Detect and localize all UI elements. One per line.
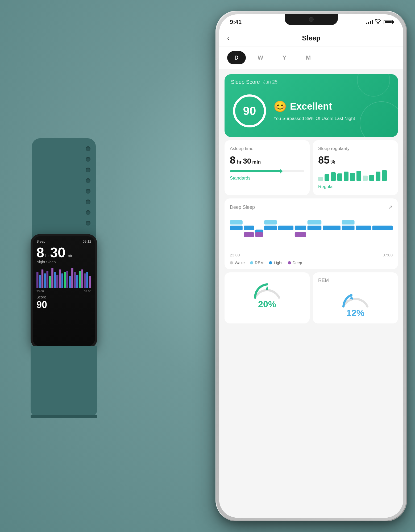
svg-marker-42 (266, 285, 268, 290)
band-chart (36, 267, 91, 288)
period-tabs: D W Y M (219, 47, 403, 69)
sleep-chart-svg (230, 215, 393, 250)
reg-bar-9 (369, 175, 374, 181)
gauge-svg-1 (251, 278, 283, 299)
svg-rect-1 (39, 275, 41, 288)
svg-rect-8 (56, 275, 58, 288)
svg-rect-39 (264, 220, 277, 225)
sleep-regularity-card: Sleep regularity 85 % (313, 140, 398, 195)
reg-bar-10 (376, 172, 380, 181)
svg-rect-13 (69, 276, 71, 288)
band-score-value: 90 (36, 299, 91, 310)
light-dot (269, 261, 272, 264)
svg-rect-27 (264, 226, 277, 230)
reg-bar-8 (363, 176, 368, 181)
svg-rect-35 (244, 232, 254, 237)
svg-rect-0 (36, 272, 38, 288)
band-sleep-min-unit: min (67, 253, 73, 258)
band-sleep-time: 8 hr 30 min (36, 246, 91, 259)
expand-icon[interactable]: ↗ (388, 204, 393, 211)
svg-rect-28 (278, 226, 293, 230)
chart-legend: Wake REM Light Deep (230, 260, 393, 265)
score-right: 😊 Excellent You Surpassed 85% Of Users L… (273, 100, 392, 122)
band-strap-top (32, 138, 96, 250)
mini-stat-card-1: 20% (225, 272, 310, 323)
score-date: Jun 25 (263, 79, 277, 85)
chart-card-header: Deep Sleep ↗ (230, 204, 393, 211)
tab-year[interactable]: Y (275, 51, 294, 64)
svg-rect-10 (61, 273, 63, 288)
svg-rect-31 (323, 226, 341, 230)
signal-bar-2 (368, 22, 369, 24)
svg-rect-5 (49, 276, 51, 288)
svg-rect-29 (295, 226, 306, 230)
svg-rect-33 (356, 226, 371, 230)
tab-week[interactable]: W (251, 51, 270, 64)
band-screen: Sleep 09:12 8 hr 30 min Night Sleep (33, 236, 95, 346)
svg-rect-25 (244, 226, 254, 230)
tab-day[interactable]: D (227, 51, 246, 64)
svg-rect-11 (64, 272, 66, 288)
band-screen-content: Sleep 09:12 8 hr 30 min Night Sleep (33, 236, 95, 346)
legend-rem: REM (250, 260, 264, 265)
asleep-minutes: 30 (243, 157, 251, 165)
wifi-icon (375, 19, 381, 25)
band-hole-1 (86, 146, 90, 151)
svg-rect-18 (81, 269, 83, 288)
asleep-time-card: Asleep time 8 hr 30 min Standards (225, 140, 310, 195)
regularity-bars (318, 170, 393, 181)
score-emoji: 😊 (273, 100, 287, 113)
svg-rect-21 (89, 276, 91, 288)
regularity-title: Sleep regularity (318, 146, 393, 151)
gauge-svg-2 (339, 286, 371, 308)
mini-stat-card-2: REM 12% (313, 272, 398, 323)
svg-rect-16 (76, 275, 78, 288)
band-hole-2 (86, 157, 90, 162)
band-device: Sleep 09:12 8 hr 30 min Night Sleep (31, 234, 97, 348)
reg-bar-4 (337, 173, 342, 181)
phone-outer: 9:41 (215, 11, 407, 521)
tab-month[interactable]: M (299, 51, 318, 64)
band-hole-7 (86, 210, 90, 215)
score-rating: Excellent (290, 101, 332, 112)
chart-time-start: 23:00 (230, 253, 240, 257)
bottom-stats-row: 20% REM (225, 272, 398, 323)
sleep-score-card: Sleep Score Jun 25 90 😊 Excellent (225, 74, 398, 137)
asleep-hours: 8 (230, 155, 235, 166)
deep-label: Deep (293, 260, 302, 265)
svg-rect-41 (342, 220, 355, 225)
rem-dot (250, 261, 253, 264)
asleep-progress-track (230, 170, 304, 172)
asleep-time-title: Asleep time (230, 146, 304, 151)
band-time-end: 07:00 (84, 290, 91, 293)
chart-time-labels: 23:00 07:00 (230, 253, 393, 257)
smartband: Sleep 09:12 8 hr 30 min Night Sleep (16, 138, 117, 418)
reg-bar-3 (331, 172, 336, 181)
svg-rect-9 (59, 269, 61, 288)
score-description: You Surpassed 85% Of Users Last Night (273, 115, 392, 122)
asleep-tag: Standards (230, 176, 251, 181)
progress-arrow (280, 169, 283, 173)
band-clasp (31, 415, 97, 418)
legend-wake: Wake (230, 260, 245, 265)
regularity-tag: Regular (318, 184, 334, 189)
score-emoji-row: 😊 Excellent (273, 100, 392, 113)
band-hole-3 (86, 168, 90, 172)
status-time: 9:41 (230, 19, 242, 26)
chart-title: Deep Sleep (230, 205, 255, 210)
regularity-unit: % (330, 159, 335, 165)
reg-bar-7 (356, 171, 361, 181)
band-sleep-minutes: 30 (50, 246, 65, 259)
svg-rect-19 (84, 273, 86, 288)
front-camera (309, 17, 314, 22)
app-content: ‹ Sleep D W Y M (219, 30, 403, 518)
score-circle-container: 90 (231, 92, 268, 130)
regularity-value-row: 85 % (318, 155, 393, 166)
svg-rect-32 (342, 226, 355, 230)
band-hole-5 (86, 189, 90, 194)
band-screen-title: Sleep (36, 239, 45, 243)
back-button[interactable]: ‹ (227, 35, 229, 42)
reg-bar-6 (350, 173, 355, 181)
asleep-min-unit: min (252, 159, 261, 165)
status-icons (366, 19, 393, 25)
